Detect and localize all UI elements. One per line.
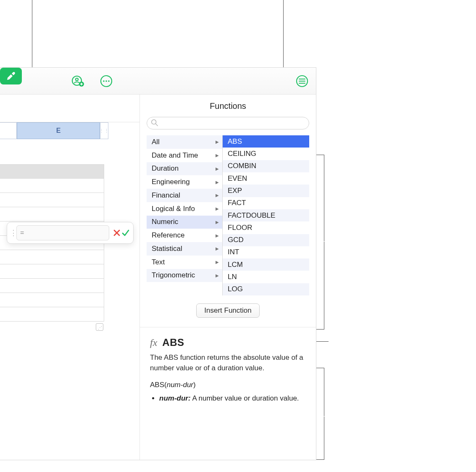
category-item[interactable]: Engineering▶	[147, 175, 222, 189]
function-item[interactable]: EXP	[223, 185, 309, 197]
formula-editor-accept-button[interactable]	[121, 228, 130, 238]
function-label: LCM	[228, 261, 243, 269]
toolbar	[0, 68, 316, 95]
chevron-right-icon: ▶	[216, 180, 219, 185]
category-item[interactable]: Logical & Info▶	[147, 202, 222, 216]
function-item[interactable]: LOG	[223, 283, 309, 295]
collaborate-icon	[71, 75, 84, 87]
category-label: Engineering	[152, 178, 190, 186]
category-item[interactable]: All▶	[147, 135, 222, 149]
function-label: INT	[228, 248, 239, 256]
category-label: Trigonometric	[152, 271, 195, 280]
spreadsheet-area: E ⋮⋮ ⋰	[0, 122, 139, 460]
function-item[interactable]: FACTDOUBLE	[223, 209, 309, 221]
table-row[interactable]	[0, 179, 104, 193]
argument-name: num-dur:	[159, 394, 191, 402]
app-window: E ⋮⋮ ⋰ ⋮ =	[0, 67, 316, 460]
function-signature: ABS(num-dur)	[150, 381, 306, 389]
formula-input[interactable]	[26, 226, 105, 240]
more-icon	[100, 74, 113, 88]
chevron-right-icon: ▶	[216, 260, 219, 264]
column-header-e[interactable]: E	[17, 122, 100, 139]
column-drag-handle[interactable]: ⋮⋮	[100, 122, 108, 139]
category-item[interactable]	[147, 282, 222, 295]
view-options-button[interactable]	[293, 74, 311, 89]
function-item[interactable]: COMBIN	[223, 160, 309, 172]
accept-icon	[121, 229, 130, 237]
table-row[interactable]	[0, 279, 104, 293]
table-row[interactable]	[0, 250, 104, 264]
table-row[interactable]	[0, 207, 104, 221]
formula-equals-label: =	[20, 229, 24, 237]
more-options-button[interactable]	[97, 74, 115, 89]
function-label: ABS	[228, 137, 242, 146]
function-item[interactable]: INT	[223, 246, 309, 258]
category-label: Text	[152, 258, 165, 266]
function-label: GCD	[228, 236, 244, 244]
table-row[interactable]	[0, 193, 104, 207]
chevron-right-icon: ▶	[216, 233, 219, 238]
view-options-icon	[295, 74, 309, 88]
table-row[interactable]	[0, 264, 104, 279]
category-label: Duration	[152, 164, 179, 173]
function-item[interactable]: LN	[223, 271, 309, 283]
category-item[interactable]: Date and Time▶	[147, 149, 222, 162]
chevron-right-icon: ▶	[216, 273, 219, 278]
formula-editor-cancel-button[interactable]	[113, 228, 121, 238]
argument-item: num-dur: A number value or duration valu…	[159, 393, 306, 404]
category-item[interactable]: Financial▶	[147, 189, 222, 202]
category-item[interactable]: Statistical▶	[147, 242, 222, 256]
function-item[interactable]: EVEN	[223, 172, 309, 185]
chevron-right-icon: ▶	[216, 206, 219, 211]
category-item[interactable]: Numeric▶	[147, 216, 222, 229]
table-row[interactable]	[0, 164, 104, 179]
category-label: Statistical	[152, 245, 182, 253]
function-description: fx ABS The ABS function returns the abso…	[140, 327, 316, 406]
function-item[interactable]: FACT	[223, 197, 309, 209]
chevron-right-icon: ▶	[216, 166, 219, 171]
format-panel-button[interactable]	[0, 68, 22, 84]
signature-name: ABS	[150, 381, 164, 389]
category-label: All	[152, 138, 160, 146]
function-item[interactable]: CEILING	[223, 148, 309, 160]
formula-input-box: =	[16, 225, 109, 240]
table-row[interactable]	[0, 293, 104, 307]
chevron-right-icon: ▶	[216, 153, 219, 158]
category-item[interactable]: Trigonometric▶	[147, 269, 222, 282]
function-label: LN	[228, 273, 237, 281]
collaborate-button[interactable]	[69, 74, 87, 89]
category-label: Financial	[152, 191, 180, 200]
function-item[interactable]: ABS	[223, 135, 309, 148]
table-resize-handle[interactable]: ⋰	[96, 323, 103, 331]
functions-search-input[interactable]	[147, 117, 309, 129]
category-item[interactable]: Reference▶	[147, 229, 222, 242]
function-item[interactable]: FLOOR	[223, 221, 309, 234]
function-item[interactable]: LCM	[223, 258, 309, 271]
table-row[interactable]	[0, 307, 104, 322]
chevron-right-icon: ▶	[216, 193, 219, 198]
svg-point-8	[152, 120, 156, 124]
category-item[interactable]: Text▶	[147, 256, 222, 269]
function-label: CEILING	[228, 150, 256, 158]
search-icon	[151, 119, 158, 127]
function-label: FACT	[228, 199, 246, 207]
category-label: Logical & Info	[152, 205, 195, 213]
category-item[interactable]: Duration▶	[147, 162, 222, 176]
functions-sidebar: Functions All▶Date and Time▶Duration▶Eng…	[139, 95, 316, 460]
function-list: ABSCEILINGCOMBINEVENEXPFACTFACTDOUBLEFLO…	[222, 135, 309, 295]
column-header-label: E	[56, 127, 61, 134]
insert-function-button[interactable]: Insert Function	[196, 303, 259, 318]
function-item[interactable]: GCD	[223, 234, 309, 246]
svg-point-6	[108, 80, 110, 82]
cancel-icon	[113, 229, 121, 237]
formula-editor-grip[interactable]: ⋮	[10, 228, 14, 237]
column-header-blank[interactable]	[0, 122, 17, 139]
function-label: EXP	[228, 187, 242, 195]
svg-point-5	[105, 80, 107, 82]
chevron-right-icon: ▶	[216, 246, 219, 251]
sidebar-title: Functions	[140, 95, 316, 117]
svg-point-4	[103, 80, 105, 82]
svg-point-1	[76, 78, 78, 81]
function-name-heading: ABS	[162, 337, 184, 348]
category-label: Reference	[152, 231, 184, 240]
